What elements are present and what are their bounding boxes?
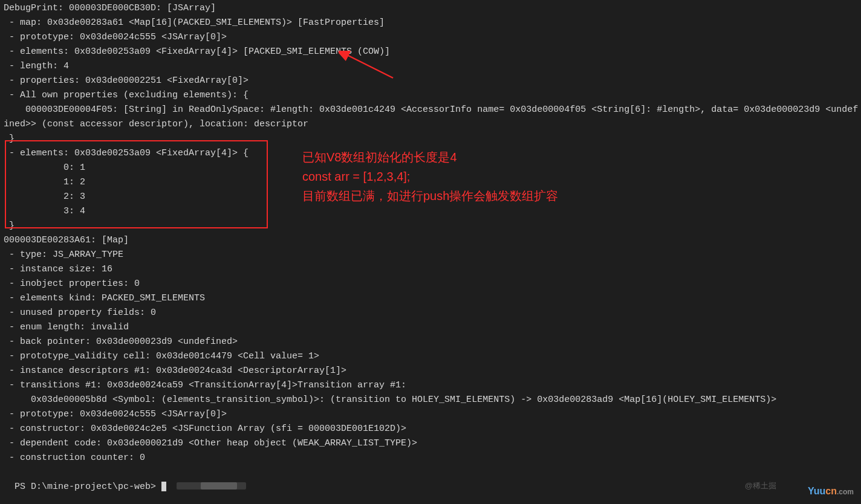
- terminal-line: - type: JS_ARRAY_TYPE: [4, 248, 857, 262]
- terminal-line: DebugPrint: 000003DE000CB30D: [JSArray]: [4, 1, 857, 16]
- terminal-line: - instance descriptors #1: 0x03de0024ca3…: [4, 364, 857, 378]
- logo-part-1: Yuu: [808, 486, 825, 496]
- terminal-line: }: [4, 219, 857, 233]
- watermark: @稀土掘: [745, 479, 776, 493]
- terminal-line: - properties: 0x03de00002251 <FixedArray…: [4, 74, 857, 88]
- terminal-line: 3: 4: [4, 204, 857, 219]
- logo-part-2: cn: [825, 486, 837, 496]
- terminal-line: 000003DE00283A61: [Map]: [4, 233, 857, 248]
- terminal-line: - transitions #1: 0x03de0024ca59 <Transi…: [4, 378, 857, 393]
- terminal-line: - construction counter: 0: [4, 451, 857, 465]
- logo-part-3: .com: [837, 488, 854, 496]
- terminal-line: }: [4, 132, 857, 146]
- horizontal-scrollbar[interactable]: [177, 482, 246, 489]
- terminal-line: - elements kind: PACKED_SMI_ELEMENTS: [4, 291, 857, 306]
- terminal-line: - prototype: 0x03de0024c555 <JSArray[0]>: [4, 407, 857, 422]
- terminal-line: - constructor: 0x03de0024c2e5 <JSFunctio…: [4, 422, 857, 436]
- terminal-line: - map: 0x03de00283a61 <Map[16](PACKED_SM…: [4, 16, 857, 30]
- terminal-line: - enum length: invalid: [4, 320, 857, 335]
- scrollbar-thumb[interactable]: [201, 482, 237, 489]
- annotation-line-3: 目前数组已满，如进行push操作会触发数组扩容: [302, 186, 558, 205]
- terminal-line: - prototype: 0x03de0024c555 <JSArray[0]>: [4, 30, 857, 45]
- terminal-line: 0x03de00005b8d <Symbol: (elements_transi…: [4, 393, 857, 407]
- terminal-line: - unused property fields: 0: [4, 306, 857, 320]
- terminal-line: - instance size: 16: [4, 262, 857, 277]
- annotation-line-1: 已知V8数组初始化的长度是4: [302, 147, 558, 167]
- terminal-line: - dependent code: 0x03de000021d9 <Other …: [4, 436, 857, 451]
- terminal-line: - elements: 0x03de00253a09 <FixedArray[4…: [4, 45, 857, 59]
- terminal-prompt[interactable]: PS D:\mine-project\pc-web>: [4, 465, 857, 494]
- terminal-line: - All own properties (excluding elements…: [4, 88, 857, 103]
- terminal-line: - back pointer: 0x03de000023d9 <undefine…: [4, 335, 857, 349]
- terminal-line: ined>> (const accessor descriptor), loca…: [4, 117, 857, 132]
- terminal-line: - inobject properties: 0: [4, 277, 857, 291]
- cursor: [161, 482, 166, 491]
- prompt-text: PS D:\mine-project\pc-web>: [15, 482, 161, 492]
- terminal-line: 000003DE00004F05: [String] in ReadOnlySp…: [4, 103, 857, 117]
- annotation-line-2: const arr = [1,2,3,4];: [302, 167, 558, 186]
- terminal-output: DebugPrint: 000003DE000CB30D: [JSArray] …: [4, 1, 857, 465]
- annotation-text: 已知V8数组初始化的长度是4 const arr = [1,2,3,4]; 目前…: [302, 147, 558, 205]
- terminal-line: - length: 4: [4, 59, 857, 74]
- terminal-line: - prototype_validity cell: 0x03de001c447…: [4, 349, 857, 364]
- site-logo: Yuucn.com: [808, 484, 854, 499]
